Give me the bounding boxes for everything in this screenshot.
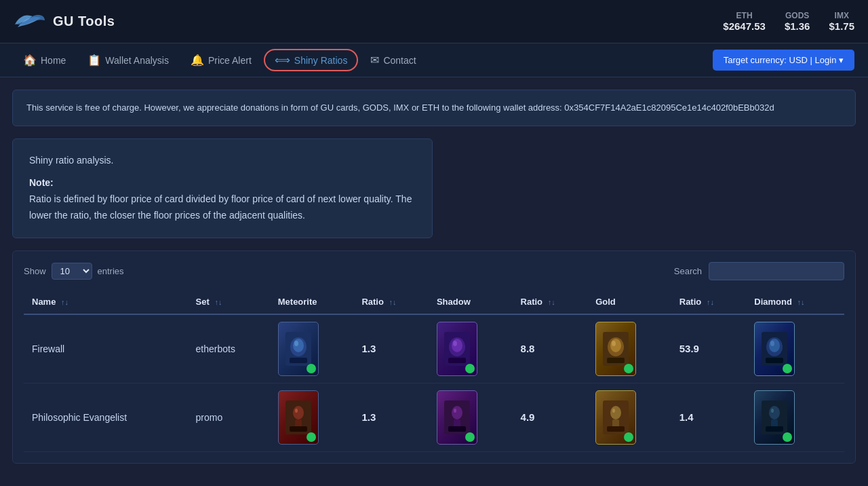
svg-rect-19 [766, 358, 783, 363]
row-shadow-img [429, 314, 513, 384]
wallet-icon: 📋 [87, 54, 101, 67]
table-header: Name ↑↓ Set ↑↓ Meteorite Ratio ↑↓ Shadow [24, 290, 844, 314]
alert-icon: 🔔 [191, 54, 204, 67]
card-badge [307, 364, 316, 373]
imx-label: IMX [835, 11, 849, 20]
row-set: etherbots [188, 314, 270, 384]
card-badge [465, 432, 475, 442]
ratio-icon: ⟺ [275, 54, 290, 67]
notice-text: This service is free of charge. However,… [26, 102, 774, 113]
card-meteorite-phil [278, 390, 319, 445]
col-meteorite[interactable]: Meteorite [270, 290, 354, 314]
row-name: Firewall [24, 314, 188, 384]
row-ratio2: 8.8 [513, 314, 588, 384]
col-ratio1[interactable]: Ratio ↑↓ [353, 290, 429, 314]
sort-ratio1-icon: ↑↓ [389, 298, 397, 306]
nav-shiny-label: Shiny Ratios [294, 55, 348, 66]
card-shadow-firewall [437, 322, 477, 376]
row-ratio3: 53.9 [671, 314, 747, 384]
row-name: Philosophic Evangelist [24, 383, 188, 451]
card-badge [465, 364, 475, 373]
nav-price-alert[interactable]: 🔔 Price Alert [181, 48, 261, 72]
svg-point-17 [769, 339, 780, 352]
row-gold-img [587, 314, 671, 384]
eth-label: ETH [736, 11, 753, 20]
row-ratio3: 1.4 [671, 383, 747, 451]
search-area: Search [674, 262, 844, 280]
imx-value: $1.75 [829, 20, 854, 32]
search-input[interactable] [709, 262, 844, 280]
table-controls: Show 10 25 50 100 entries Search [24, 262, 844, 280]
row-ratio1: 1.3 [353, 383, 429, 451]
info-note-text: Ratio is defined by floor price of card … [29, 191, 416, 224]
card-badge [307, 432, 316, 442]
card-shadow-phil [437, 390, 477, 445]
table-body: Firewall etherbots [24, 314, 844, 452]
contact-icon: ✉ [370, 54, 379, 67]
svg-point-8 [453, 341, 457, 346]
info-note-label: Note: [29, 175, 416, 191]
svg-point-12 [610, 339, 621, 352]
gods-price: GODS $1.36 [785, 11, 810, 32]
notice-bar: This service is free of charge. However,… [12, 90, 856, 126]
svg-point-36 [769, 406, 780, 419]
svg-point-31 [610, 406, 621, 419]
svg-rect-34 [607, 426, 625, 432]
card-art-svg [285, 332, 311, 366]
col-shadow[interactable]: Shadow [429, 290, 513, 314]
row-meteorite-img [270, 383, 354, 451]
gods-value: $1.36 [785, 20, 810, 32]
row-shadow-img [429, 383, 513, 451]
row-set: promo [188, 383, 270, 451]
imx-price: IMX $1.75 [829, 11, 854, 32]
card-badge [783, 432, 792, 442]
eth-price: ETH $2647.53 [723, 11, 766, 32]
nav-shiny-ratios[interactable]: ⟺ Shiny Ratios [264, 49, 359, 71]
table-row: Philosophic Evangelist promo [24, 383, 844, 451]
svg-point-28 [454, 409, 456, 413]
svg-rect-29 [448, 426, 466, 432]
table-section: Show 10 25 50 100 entries Search Name ↑↓… [12, 250, 856, 464]
col-gold[interactable]: Gold [587, 290, 671, 314]
navigation: 🏠 Home 📋 Wallet Analysis 🔔 Price Alert ⟺… [0, 43, 868, 77]
sort-ratio2-icon: ↑↓ [548, 298, 555, 306]
entries-select[interactable]: 10 25 50 100 [52, 263, 92, 280]
nav-contact-label: Contact [383, 55, 416, 66]
entries-label: entries [98, 266, 124, 276]
svg-point-2 [293, 339, 304, 352]
header-left: GU Tools [14, 11, 115, 33]
home-icon: 🏠 [23, 54, 37, 67]
nav-home[interactable]: 🏠 Home [14, 48, 75, 72]
svg-point-33 [612, 409, 615, 413]
card-art-svg [285, 400, 311, 434]
target-currency-button[interactable]: Target currency: USD | Login ▾ [713, 50, 854, 71]
card-diamond-phil [754, 390, 795, 445]
col-diamond[interactable]: Diamond ↑↓ [746, 290, 844, 314]
svg-rect-14 [607, 358, 625, 363]
card-gold-phil [595, 390, 636, 445]
card-gold-firewall [595, 322, 636, 376]
info-box: Shiny ratio analysis. Note: Ratio is def… [12, 138, 433, 238]
info-title: Shiny ratio analysis. [29, 153, 416, 169]
eth-value: $2647.53 [723, 20, 766, 32]
col-set[interactable]: Set ↑↓ [188, 290, 270, 314]
card-art-svg [444, 332, 470, 366]
col-ratio3[interactable]: Ratio ↑↓ [671, 290, 747, 314]
row-ratio2: 4.9 [513, 383, 588, 451]
svg-point-26 [452, 406, 462, 419]
card-badge [624, 432, 633, 442]
svg-point-38 [771, 409, 774, 413]
logo-icon [14, 11, 46, 33]
header: GU Tools ETH $2647.53 GODS $1.36 IMX $1.… [0, 0, 868, 43]
svg-point-18 [770, 341, 774, 346]
shiny-ratios-table: Name ↑↓ Set ↑↓ Meteorite Ratio ↑↓ Shadow [24, 290, 844, 452]
nav-wallet-analysis[interactable]: 📋 Wallet Analysis [78, 48, 178, 72]
svg-point-21 [293, 406, 304, 419]
sort-ratio3-icon: ↑↓ [707, 298, 714, 306]
row-ratio1: 1.3 [353, 314, 429, 384]
card-badge [783, 364, 792, 373]
table-row: Firewall etherbots [24, 314, 844, 384]
col-ratio2[interactable]: Ratio ↑↓ [513, 290, 588, 314]
col-name[interactable]: Name ↑↓ [24, 290, 188, 314]
nav-contact[interactable]: ✉ Contact [361, 48, 425, 72]
